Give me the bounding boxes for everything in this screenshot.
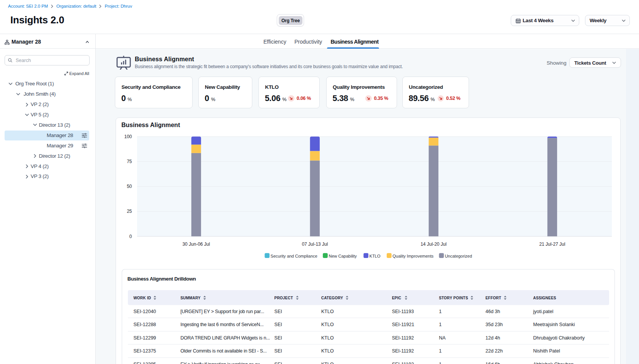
svg-text:0: 0 [129,234,132,239]
svg-text:KTLO: KTLO [369,254,381,258]
svg-text:Quality Improvements: Quality Improvements [392,254,433,258]
svg-text:75: 75 [127,159,132,164]
svg-text:50: 50 [127,184,132,189]
svg-text:30 Jun-06 Jul: 30 Jun-06 Jul [182,242,210,247]
svg-text:Uncategorized: Uncategorized [445,254,472,258]
svg-text:07 Jul-13 Jul: 07 Jul-13 Jul [302,242,328,247]
svg-text:New Capability: New Capability [329,254,357,258]
svg-text:14 Jul-20 Jul: 14 Jul-20 Jul [420,242,446,247]
svg-text:25: 25 [127,209,132,214]
svg-text:21 Jul-27 Jul: 21 Jul-27 Jul [539,242,565,247]
svg-text:Security and Compliance: Security and Compliance [271,254,317,258]
svg-text:100: 100 [124,134,132,139]
